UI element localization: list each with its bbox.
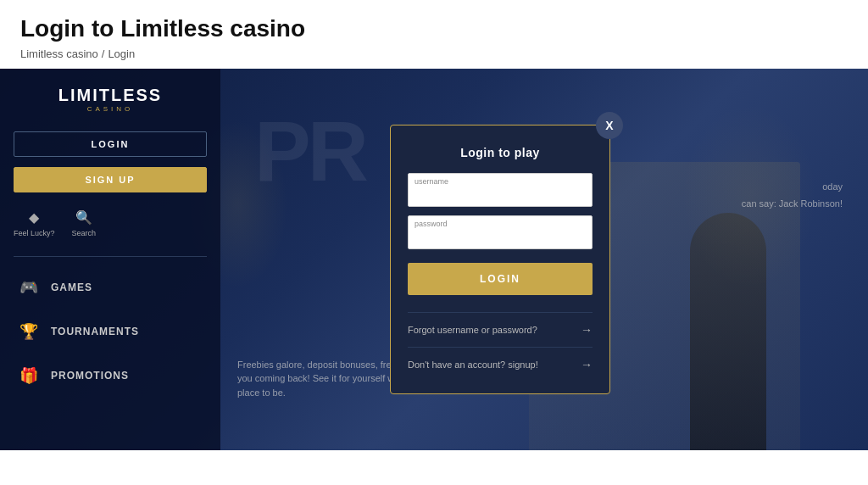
games-label: GAMES bbox=[51, 282, 92, 293]
forgot-password-link[interactable]: Forgot username or password? → bbox=[408, 318, 593, 342]
signup-arrow-icon: → bbox=[581, 358, 593, 371]
password-label: password bbox=[415, 220, 448, 228]
search-label: Search bbox=[72, 229, 97, 237]
password-input-group: password bbox=[408, 215, 593, 249]
modal-login-button[interactable]: LOGIN bbox=[408, 263, 593, 295]
sidebar-signup-button[interactable]: SIGN UP bbox=[14, 167, 207, 192]
breadcrumb-home[interactable]: Limitless casino bbox=[20, 47, 98, 60]
right-side-text: oday can say: Jack Robinson! bbox=[742, 179, 843, 213]
page-wrapper: Login to Limitless casino Limitless casi… bbox=[0, 0, 868, 450]
breadcrumb-separator: / bbox=[102, 47, 105, 60]
page-header: Login to Limitless casino Limitless casi… bbox=[0, 0, 868, 69]
feel-lucky-label: Feel Lucky? bbox=[14, 229, 55, 237]
forgot-arrow-icon: → bbox=[581, 323, 593, 337]
promotions-icon: 🎁 bbox=[17, 364, 41, 387]
modal-divider-2 bbox=[408, 347, 593, 348]
tournaments-icon: 🏆 bbox=[17, 320, 41, 343]
sidebar-item-games[interactable]: 🎮 GAMES bbox=[14, 270, 207, 304]
breadcrumb-current: Login bbox=[108, 47, 135, 60]
login-modal: X Login to play username password LOGIN … bbox=[390, 125, 610, 394]
logo-text: LIMITLESS bbox=[58, 86, 162, 105]
sidebar-divider-1 bbox=[14, 256, 207, 257]
right-text-line1: oday bbox=[742, 179, 843, 196]
tournaments-label: TOURNAMENTS bbox=[51, 326, 139, 337]
feel-lucky-icon-item[interactable]: ◆ Feel Lucky? bbox=[14, 208, 55, 237]
bg-big-text: PR bbox=[254, 103, 365, 200]
search-icon: 🔍 bbox=[75, 208, 93, 226]
sidebar-icons-row: ◆ Feel Lucky? 🔍 Search bbox=[14, 203, 207, 242]
modal-title: Login to play bbox=[408, 146, 593, 159]
forgot-password-text: Forgot username or password? bbox=[408, 325, 537, 335]
search-icon-item[interactable]: 🔍 Search bbox=[72, 208, 97, 237]
games-icon: 🎮 bbox=[17, 276, 41, 299]
modal-divider-1 bbox=[408, 312, 593, 313]
breadcrumb: Limitless casino / Login bbox=[20, 47, 848, 60]
signup-link-text: Don't have an account? signup! bbox=[408, 360, 538, 370]
promotions-label: PROMOTIONS bbox=[51, 370, 129, 382]
username-label: username bbox=[415, 177, 448, 186]
sidebar-login-button[interactable]: LOGIN bbox=[14, 131, 207, 157]
modal-close-button[interactable]: X bbox=[596, 112, 623, 139]
logo-sub: CASINO bbox=[87, 105, 134, 113]
sidebar-item-tournaments[interactable]: 🏆 TOURNAMENTS bbox=[14, 315, 207, 348]
signup-link[interactable]: Don't have an account? signup! → bbox=[408, 353, 593, 376]
feel-lucky-icon: ◆ bbox=[25, 208, 43, 226]
casino-frame: PR LIMITLESS CASINO LOGIN SIGN UP ◆ Feel… bbox=[0, 69, 868, 450]
page-title: Login to Limitless casino bbox=[20, 15, 848, 42]
logo-area: LIMITLESS CASINO bbox=[14, 86, 207, 113]
right-text-line2: can say: Jack Robinson! bbox=[742, 196, 843, 213]
sidebar: LIMITLESS CASINO LOGIN SIGN UP ◆ Feel Lu… bbox=[0, 69, 220, 450]
username-input-group: username bbox=[408, 173, 593, 207]
sidebar-item-promotions[interactable]: 🎁 PROMOTIONS bbox=[14, 359, 207, 393]
